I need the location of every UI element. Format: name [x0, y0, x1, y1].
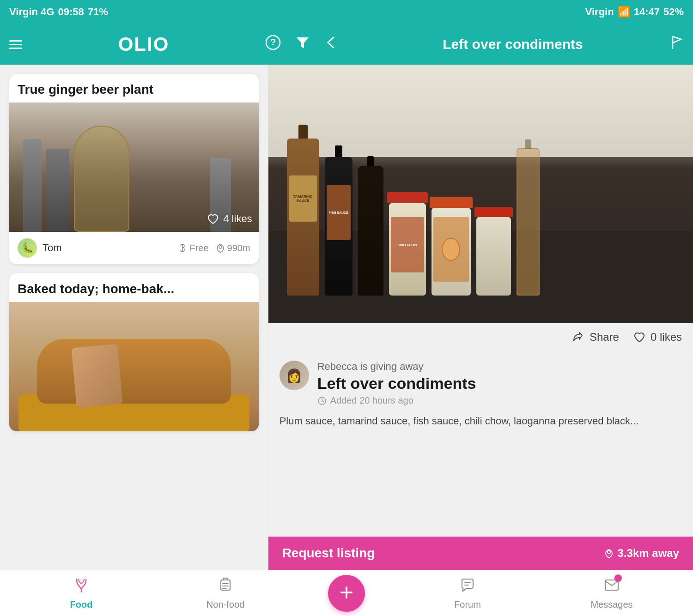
flag-icon[interactable] [670, 35, 684, 54]
back-icon[interactable] [324, 35, 337, 54]
main-content: True ginger beer plant 4 likes [0, 65, 693, 570]
right-scrollable: TAMARIND SAUCE FISH SAUCE [268, 65, 693, 537]
nav-food-label: Food [70, 599, 93, 610]
header-icons: ? [265, 35, 337, 54]
card1-likes-count: 4 likes [223, 213, 252, 225]
card1-price: Free [178, 243, 208, 254]
share-label: Share [590, 331, 619, 344]
card-bread[interactable]: Baked today; home-bak... [9, 273, 259, 431]
right-panel-wrapper: TAMARIND SAUCE FISH SAUCE [268, 65, 693, 570]
card2-image [9, 302, 259, 431]
share-likes-bar: Share 0 likes [268, 323, 693, 351]
food-icon [73, 576, 90, 597]
card1-footer: 🐛 Tom Free [9, 232, 259, 264]
nav-add-button[interactable]: + [328, 575, 365, 612]
header-right: Left over condiments [346, 35, 684, 54]
request-distance-text: 3.3km away [618, 547, 679, 560]
bottom-nav: Food Non-food + Forum [0, 570, 693, 616]
carrier-right: Virgin [585, 6, 614, 18]
likes-count: 0 likes [650, 331, 682, 344]
status-bar: Virgin 4G 09:58 71% Virgin 📶 14:47 52% [0, 0, 693, 24]
nonfood-icon [217, 576, 234, 597]
listing-info: 👩 Rebecca is giving away Left over condi… [268, 351, 693, 438]
request-listing-bar: Request listing 3.3km away [268, 537, 693, 570]
card1-distance-text: 990m [227, 243, 250, 254]
request-listing-label: Request listing [282, 546, 375, 561]
share-button[interactable]: Share [572, 331, 619, 344]
listing-added-time: Added 20 hours ago [330, 395, 413, 406]
card1-distance: 990m [216, 243, 250, 254]
header-left: OLIO ? [9, 33, 346, 55]
card1-image: 4 likes [9, 103, 259, 232]
listing-user-row: 👩 Rebecca is giving away Left over condi… [280, 361, 682, 406]
listing-description: Plum sauce, tamarind sauce, fish sauce, … [280, 413, 682, 429]
svg-marker-2 [297, 37, 309, 48]
likes-button[interactable]: 0 likes [633, 331, 682, 344]
card2-title: Baked today; home-bak... [9, 273, 259, 302]
battery-left: 71% [88, 6, 108, 18]
request-listing-button[interactable]: Request listing 3.3km away [268, 537, 693, 570]
app-logo: OLIO [118, 33, 170, 55]
left-panel: True ginger beer plant 4 likes [0, 65, 268, 570]
card1-avatar: 🐛 [18, 238, 37, 258]
status-bar-right: Virgin 📶 14:47 52% [582, 6, 684, 18]
nav-add-icon: + [340, 580, 353, 604]
nav-forum-label: Forum [454, 599, 481, 610]
nav-messages-label: Messages [590, 599, 632, 610]
hamburger-menu-icon[interactable] [9, 40, 22, 49]
time-left: 09:58 [58, 6, 84, 18]
condiments-photo: TAMARIND SAUCE FISH SAUCE [268, 65, 693, 323]
battery-right: 52% [663, 6, 684, 18]
header-title: Left over condiments [356, 36, 670, 52]
nav-nonfood[interactable]: Non-food [184, 576, 267, 610]
filter-icon[interactable] [295, 35, 310, 54]
forum-icon [459, 576, 476, 597]
time-right: 14:47 [634, 6, 660, 18]
card1-user: 🐛 Tom [18, 238, 62, 258]
svg-point-3 [219, 246, 222, 248]
card1-likes: 4 likes [207, 212, 252, 225]
wifi-icon: 📶 [618, 6, 630, 18]
listing-title: Left over condiments [317, 374, 682, 393]
condiments-photo-inner: TAMARIND SAUCE FISH SAUCE [268, 65, 693, 323]
request-distance: 3.3km away [604, 547, 679, 560]
card1-meta: Free 990m [178, 243, 250, 254]
carrier-left: Virgin 4G [9, 6, 54, 18]
nav-nonfood-label: Non-food [207, 599, 244, 610]
messages-badge [614, 574, 622, 582]
card-ginger-beer[interactable]: True ginger beer plant 4 likes [9, 74, 259, 264]
card1-username: Tom [43, 242, 62, 254]
svg-point-5 [607, 551, 610, 554]
listing-time: Added 20 hours ago [317, 395, 682, 406]
status-bar-left: Virgin 4G 09:58 71% [9, 6, 111, 18]
svg-text:?: ? [270, 37, 276, 47]
messages-icon [603, 576, 620, 597]
listing-giving-text: Rebecca is giving away [317, 361, 682, 373]
listing-user-info: Rebecca is giving away Left over condime… [317, 361, 682, 406]
header: OLIO ? Left over condiments [0, 24, 693, 65]
card1-title: True ginger beer plant [9, 74, 259, 103]
listing-avatar: 👩 [280, 361, 309, 390]
card1-price-text: Free [189, 243, 208, 254]
nav-food[interactable]: Food [40, 576, 123, 610]
help-icon[interactable]: ? [265, 35, 281, 54]
nav-forum[interactable]: Forum [426, 576, 509, 610]
nav-messages[interactable]: Messages [570, 576, 653, 610]
